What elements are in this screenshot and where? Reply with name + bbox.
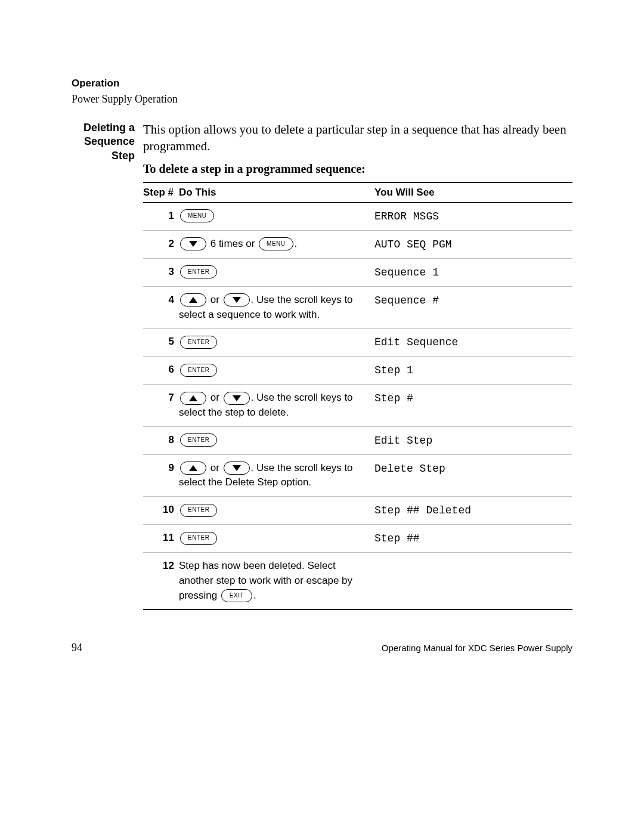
table-row: 12 Step has now been deleted. Select ano…: [143, 553, 572, 609]
do-this-cell: MENU: [179, 202, 374, 230]
do-this-cell: ENTER: [179, 525, 374, 553]
text-fragment: .: [295, 238, 298, 249]
you-see-cell: Step ## Deleted: [374, 497, 572, 525]
manual-title: Operating Manual for XDC Series Power Su…: [382, 643, 572, 653]
procedure-title: To delete a step in a programmed sequenc…: [143, 162, 572, 176]
table-row: 1 MENU ERROR MSGS: [143, 202, 572, 230]
you-see-cell: AUTO SEQ PGM: [374, 230, 572, 258]
section-subheading: Power Supply Operation: [72, 93, 572, 106]
text-fragment: or: [208, 294, 222, 305]
do-this-cell: ENTER: [179, 329, 374, 357]
step-number: 6: [143, 357, 179, 385]
text-fragment: 6 times or: [208, 238, 258, 249]
step-number: 3: [143, 258, 179, 286]
col-do-this: Do This: [179, 182, 374, 203]
page-footer: 94 Operating Manual for XDC Series Power…: [72, 642, 572, 654]
down-arrow-icon: [224, 462, 250, 475]
svg-marker-2: [233, 297, 241, 303]
enter-button: ENTER: [180, 532, 217, 545]
table-row: 11 ENTER Step ##: [143, 525, 572, 553]
table-row: 10 ENTER Step ## Deleted: [143, 497, 572, 525]
do-this-cell: ENTER: [179, 426, 374, 454]
you-see-cell: Sequence #: [374, 286, 572, 328]
table-row: 7 or . Use the scroll keys to select the…: [143, 385, 572, 426]
steps-table: Step # Do This You Will See 1 MENU ERROR…: [143, 182, 572, 611]
menu-button: MENU: [180, 209, 214, 222]
step-number: 12: [143, 553, 179, 609]
text-fragment: or: [208, 392, 222, 403]
svg-marker-1: [189, 297, 197, 303]
step-number: 10: [143, 497, 179, 525]
table-row: 4 or . Use the scroll keys to select a s…: [143, 286, 572, 328]
step-number: 11: [143, 525, 179, 553]
text-fragment: .: [253, 590, 256, 601]
side-label-line1: Deleting a: [83, 122, 135, 134]
do-this-cell: ENTER: [179, 258, 374, 286]
text-fragment: Step has now been deleted. Select anothe…: [179, 560, 352, 600]
step-number: 8: [143, 426, 179, 454]
do-this-cell: ENTER: [179, 357, 374, 385]
down-arrow-icon: [224, 392, 250, 405]
svg-marker-4: [233, 395, 241, 401]
svg-marker-3: [189, 395, 197, 401]
you-see-cell: Step 1: [374, 357, 572, 385]
enter-button: ENTER: [180, 265, 217, 278]
you-see-cell: Delete Step: [374, 454, 572, 496]
table-row: 6 ENTER Step 1: [143, 357, 572, 385]
do-this-cell: Step has now been deleted. Select anothe…: [179, 553, 374, 609]
side-label-line3: Step: [112, 150, 135, 162]
you-see-cell: [374, 553, 572, 609]
do-this-cell: or . Use the scroll keys to select the s…: [179, 385, 374, 426]
do-this-cell: or . Use the scroll keys to select the D…: [179, 454, 374, 496]
text-fragment: or: [208, 462, 222, 473]
table-header-row: Step # Do This You Will See: [143, 182, 572, 203]
you-see-cell: Edit Sequence: [374, 329, 572, 357]
enter-button: ENTER: [180, 364, 217, 377]
step-number: 4: [143, 286, 179, 328]
down-arrow-icon: [180, 237, 206, 250]
table-row: 5 ENTER Edit Sequence: [143, 329, 572, 357]
step-number: 2: [143, 230, 179, 258]
svg-marker-6: [233, 465, 241, 471]
main-column: This option allows you to delete a parti…: [143, 121, 572, 610]
table-row: 3 ENTER Sequence 1: [143, 258, 572, 286]
col-step: Step #: [143, 182, 179, 203]
svg-marker-5: [189, 465, 197, 471]
up-arrow-icon: [180, 462, 206, 475]
step-number: 9: [143, 454, 179, 496]
up-arrow-icon: [180, 392, 206, 405]
enter-button: ENTER: [180, 433, 217, 447]
intro-paragraph: This option allows you to delete a parti…: [143, 121, 572, 155]
menu-button: MENU: [259, 237, 293, 250]
table-row: 9 or . Use the scroll keys to select the…: [143, 454, 572, 496]
table-row: 2 6 times or MENU. AUTO SEQ PGM: [143, 230, 572, 258]
you-see-cell: Step #: [374, 385, 572, 426]
up-arrow-icon: [180, 293, 206, 306]
you-see-cell: Sequence 1: [374, 258, 572, 286]
step-number: 5: [143, 329, 179, 357]
do-this-cell: or . Use the scroll keys to select a seq…: [179, 286, 374, 328]
table-row: 8 ENTER Edit Step: [143, 426, 572, 454]
you-see-cell: Step ##: [374, 525, 572, 553]
side-label-line2: Sequence: [84, 135, 135, 147]
do-this-cell: 6 times or MENU.: [179, 230, 374, 258]
you-see-cell: Edit Step: [374, 426, 572, 454]
side-label: Deleting a Sequence Step: [72, 121, 143, 163]
col-you-will-see: You Will See: [374, 182, 572, 203]
step-number: 7: [143, 385, 179, 426]
page-number: 94: [72, 642, 82, 654]
do-this-cell: ENTER: [179, 497, 374, 525]
enter-button: ENTER: [180, 336, 217, 349]
section-heading: Operation: [72, 78, 572, 89]
you-see-cell: ERROR MSGS: [374, 202, 572, 230]
page: Operation Power Supply Operation Deletin…: [0, 0, 644, 833]
step-number: 1: [143, 202, 179, 230]
enter-button: ENTER: [180, 504, 217, 517]
exit-button: EXIT: [221, 589, 252, 602]
svg-marker-0: [189, 241, 197, 247]
content-row: Deleting a Sequence Step This option all…: [72, 121, 572, 610]
down-arrow-icon: [224, 293, 250, 306]
